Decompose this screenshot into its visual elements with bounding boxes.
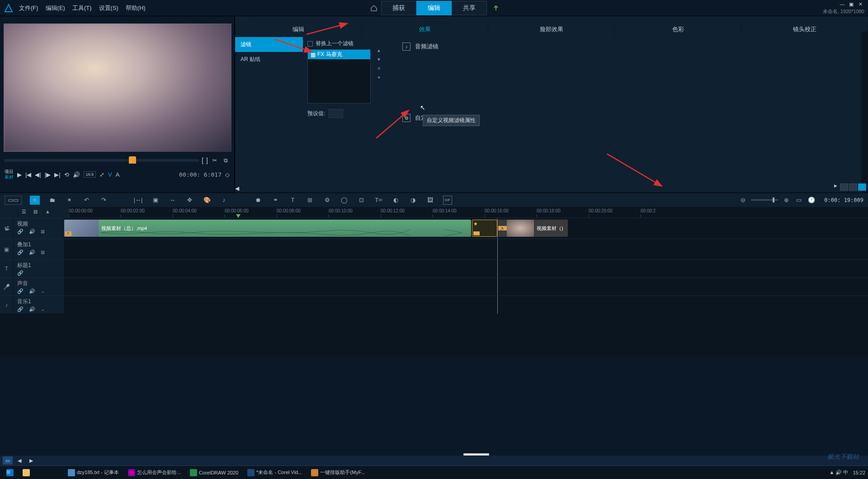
cut-icon[interactable]: ✂ bbox=[211, 156, 219, 164]
taskbar-clock[interactable]: 15:22 bbox=[853, 470, 865, 475]
tool-image[interactable]: 🖼 bbox=[426, 196, 435, 205]
tool-move[interactable]: ✥ bbox=[185, 196, 194, 205]
panel-scrollbar[interactable] bbox=[862, 32, 868, 193]
clip-video-second[interactable]: 🔊 视频素材（) bbox=[498, 220, 568, 237]
track-add-icon[interactable]: ▲ bbox=[45, 209, 52, 216]
move-down-button[interactable]: ▼ bbox=[375, 57, 382, 64]
tool-mark[interactable]: |↔| bbox=[134, 196, 143, 205]
maximize-button[interactable]: ▣ bbox=[847, 1, 855, 7]
explorer-tab[interactable]: ▭ bbox=[3, 456, 13, 465]
move-up-button[interactable]: ▲ bbox=[375, 48, 382, 55]
tool-detect[interactable]: ⊡ bbox=[357, 196, 366, 205]
subtab-lens[interactable]: 镜头校正 bbox=[741, 22, 868, 37]
track-lock-icon[interactable]: ⊠ bbox=[41, 229, 45, 235]
tool-stretch[interactable]: ↔ bbox=[168, 196, 177, 205]
minimize-button[interactable]: — bbox=[838, 1, 846, 7]
source-toggle[interactable]: 项目 素材 bbox=[5, 169, 14, 180]
explorer-back[interactable]: ◀ bbox=[14, 456, 24, 465]
track-link-icon[interactable]: 🔗 bbox=[17, 249, 24, 255]
explorer-fwd[interactable]: ▶ bbox=[26, 456, 36, 465]
tool-gif[interactable]: GIF bbox=[443, 196, 452, 205]
tool-mask[interactable]: ◐ bbox=[392, 196, 401, 205]
clock-icon[interactable]: 🕐 bbox=[807, 196, 816, 205]
audio-filter-button[interactable]: 音频滤镜 bbox=[415, 42, 439, 51]
subtab-edit[interactable]: 编辑 bbox=[235, 22, 362, 37]
menu-edit[interactable]: 编辑(E) bbox=[46, 4, 65, 12]
clip-video-main[interactable]: 视频素材（总）.mp4 🔊 bbox=[64, 220, 471, 237]
track-mute-icon[interactable]: 🔊 bbox=[29, 288, 35, 294]
preview-scrubber[interactable] bbox=[5, 159, 199, 162]
mark-out-button[interactable]: ] bbox=[206, 157, 208, 164]
taskbar-app-typeset[interactable]: 一键排版助手(MyF... bbox=[307, 468, 368, 477]
loop-button[interactable]: ⟲ bbox=[64, 171, 69, 178]
menu-file[interactable]: 文件(F) bbox=[19, 4, 38, 12]
playhead-top[interactable] bbox=[236, 214, 241, 218]
menu-tools[interactable]: 工具(T) bbox=[72, 4, 92, 12]
panel-expand[interactable] bbox=[858, 183, 866, 191]
track-mute-icon[interactable]: 🔊 bbox=[29, 249, 35, 255]
subtab-effect[interactable]: 效果 bbox=[362, 22, 488, 37]
mark-in-button[interactable]: [ bbox=[202, 157, 203, 164]
tool-crop[interactable]: ▣ bbox=[151, 196, 160, 205]
preview-timecode[interactable]: 00:00: 6:017 bbox=[179, 171, 222, 178]
volume-button[interactable]: 🔊 bbox=[73, 171, 80, 178]
filter-item-mosaic[interactable]: ▦ FX 马赛克 bbox=[308, 50, 370, 59]
panel-grip[interactable]: :::::: bbox=[0, 16, 234, 22]
panel-view-2[interactable] bbox=[849, 183, 857, 191]
menu-help[interactable]: 帮助(H) bbox=[126, 4, 146, 12]
sidebar-item-ar-sticker[interactable]: AR 贴纸 bbox=[235, 52, 303, 67]
next-arrow[interactable]: ▶ bbox=[834, 183, 837, 191]
home-icon[interactable] bbox=[367, 1, 381, 15]
tab-capture[interactable]: 捕获 bbox=[381, 1, 416, 15]
close-button[interactable]: ✕ bbox=[856, 1, 864, 7]
applied-filters-list[interactable]: ▦ FX 马赛克 bbox=[307, 49, 371, 103]
tool-title[interactable]: T bbox=[288, 196, 297, 205]
tool-fx[interactable]: ✴ bbox=[65, 196, 74, 205]
resize-icon[interactable]: ⤢ bbox=[99, 171, 104, 178]
video-track-lane[interactable]: 视频素材（总）.mp4 🔊 ★ FX 🔊 视频素材（) bbox=[64, 218, 868, 239]
track-link-icon[interactable]: 🔗 bbox=[17, 306, 24, 312]
track-list-icon[interactable]: ☰ bbox=[22, 209, 29, 216]
redo-button[interactable]: ↷ bbox=[99, 196, 108, 205]
remove-filter-button[interactable]: ✕ bbox=[375, 66, 382, 73]
start-button[interactable]: ⊞ bbox=[3, 468, 17, 477]
tray-icons[interactable]: ▲ 🔊 中 bbox=[829, 469, 848, 476]
tool-track[interactable]: ◯ bbox=[340, 196, 349, 205]
sound-track-lane[interactable] bbox=[64, 278, 868, 296]
prev-arrow[interactable]: ◀ bbox=[235, 185, 239, 192]
music-track-lane[interactable] bbox=[64, 296, 868, 314]
tool-grid[interactable]: ⊞ bbox=[306, 196, 315, 205]
track-sort-icon[interactable]: ⊟ bbox=[33, 209, 41, 216]
tab-edit[interactable]: 编辑 bbox=[416, 1, 452, 15]
tool-3dtext[interactable]: T3D bbox=[374, 196, 383, 205]
taskbar-app-notepad[interactable]: dzy185.txt - 记事本 bbox=[64, 468, 123, 477]
split-icon[interactable]: ⧉ bbox=[222, 156, 230, 164]
menu-settings[interactable]: 设置(S) bbox=[99, 4, 118, 12]
track-expand-icon[interactable]: ⌄ bbox=[41, 288, 45, 294]
preview-viewport[interactable] bbox=[4, 23, 231, 152]
step-fwd-button[interactable]: |▶ bbox=[45, 171, 51, 178]
filter-settings-button[interactable]: ✦ bbox=[375, 75, 382, 82]
v-toggle[interactable]: V bbox=[108, 171, 112, 178]
a-toggle[interactable]: A bbox=[116, 171, 120, 178]
undo-button[interactable]: ↶ bbox=[82, 196, 91, 205]
subtab-color[interactable]: 色彩 bbox=[615, 22, 741, 37]
play-button[interactable]: ▶ bbox=[17, 171, 22, 178]
subtab-face[interactable]: 脸部效果 bbox=[488, 22, 615, 37]
replace-prev-checkbox[interactable] bbox=[307, 41, 313, 47]
overlay-track-lane[interactable] bbox=[64, 239, 868, 259]
tab-share[interactable]: 共享 bbox=[452, 1, 487, 15]
tool-adjust[interactable]: ⚙ bbox=[323, 196, 332, 205]
go-end-button[interactable]: ▶| bbox=[54, 171, 60, 178]
tool-color[interactable]: 🎨 bbox=[203, 196, 212, 205]
track-mute-icon[interactable]: 🔊 bbox=[29, 229, 35, 235]
tool-media[interactable]: 🖿 bbox=[48, 196, 57, 205]
explorer-icon[interactable]: 🗀 bbox=[19, 468, 33, 477]
playhead-handle[interactable] bbox=[129, 156, 136, 164]
preset-dropdown[interactable] bbox=[329, 109, 343, 118]
timecode-stepper[interactable]: ◇ bbox=[225, 171, 230, 178]
step-back-button[interactable]: ◀| bbox=[35, 171, 41, 178]
track-link-icon[interactable]: 🔗 bbox=[17, 288, 24, 294]
taskbar-app-videostudio[interactable]: *未命名 - Corel Vid... bbox=[244, 468, 306, 477]
zoom-out-button[interactable]: ⊖ bbox=[738, 196, 747, 205]
